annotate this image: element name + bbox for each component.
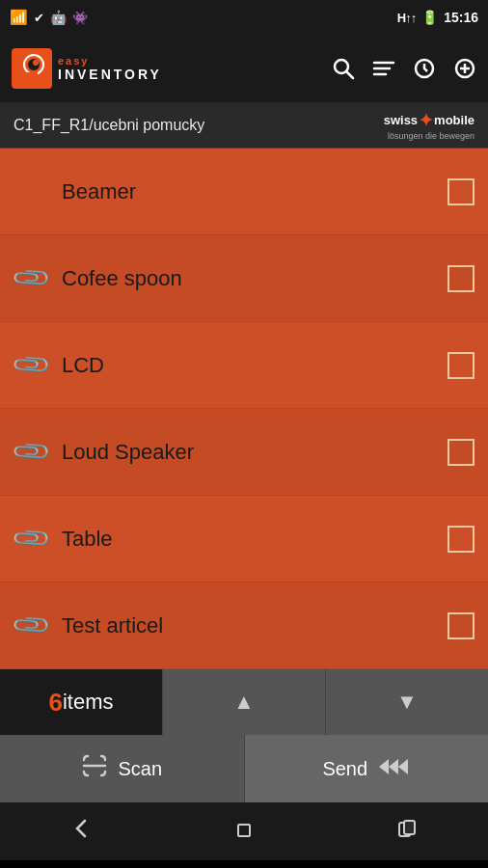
paperclip-icon: 📎 [10, 430, 53, 474]
send-arrows-icon [377, 755, 410, 783]
item-checkbox[interactable] [447, 612, 474, 639]
brand-name-swiss: swiss [384, 113, 418, 127]
breadcrumb-bar: C1_FF_R1/ucebni pomucky swiss ✦ mobile l… [0, 102, 488, 149]
wifi-icon: 📶 [10, 9, 28, 26]
status-icons-left: 📶 ✔ 🤖 👾 [10, 9, 88, 26]
history-button[interactable] [413, 57, 436, 80]
list-item[interactable]: 📎 Test articel [0, 583, 488, 669]
time-display: 15:16 [444, 10, 478, 25]
nav-bar [0, 802, 488, 860]
items-count: 6 items [0, 669, 162, 735]
svg-rect-16 [404, 821, 415, 834]
item-name: Test articel [62, 613, 447, 638]
svg-rect-14 [238, 825, 250, 836]
item-name: Cofee spoon [62, 266, 447, 291]
signal-icon: H↑↑ [397, 11, 416, 25]
brand-accent: ✦ [419, 110, 433, 131]
attachment-icon: 📎 [14, 261, 48, 296]
item-name: LCD [62, 353, 447, 378]
status-right: H↑↑ 🔋 15:16 [397, 10, 478, 25]
status-bar: 📶 ✔ 🤖 👾 H↑↑ 🔋 15:16 [0, 0, 488, 35]
add-button[interactable] [453, 57, 476, 80]
count-label: items [63, 690, 114, 715]
robot-icon: 👾 [72, 11, 88, 25]
sync-icon: ✔ [34, 11, 44, 25]
app-bar-actions [332, 57, 476, 80]
scroll-down-button[interactable]: ▼ [325, 669, 488, 735]
attachment-icon: 📎 [14, 348, 48, 383]
attachment-icon: 📎 [14, 435, 48, 470]
home-button[interactable] [230, 815, 258, 848]
item-name: Loud Speaker [62, 440, 447, 465]
paperclip-icon: 📎 [10, 343, 53, 387]
item-name: Beamer [62, 179, 447, 204]
paperclip-icon: 📎 [10, 170, 53, 213]
sort-button[interactable] [372, 57, 395, 80]
search-button[interactable] [332, 57, 355, 80]
item-name: Table [62, 527, 447, 552]
breadcrumb-path: C1_FF_R1/ucebni pomucky [14, 117, 204, 134]
attachment-icon: 📎 [14, 609, 48, 643]
svg-line-5 [347, 72, 354, 79]
list-item[interactable]: 📎 Cofee spoon [0, 235, 488, 322]
bottom-toolbar: 6 items ▲ ▼ [0, 669, 488, 735]
inventory-list: 📎 Beamer 📎 Cofee spoon 📎 LCD 📎 Loud Spea… [0, 149, 488, 669]
down-arrow-icon: ▼ [396, 690, 418, 715]
battery-icon: 🔋 [421, 10, 438, 25]
scan-label: Scan [118, 758, 162, 780]
scan-waves-icon [81, 752, 108, 785]
item-checkbox[interactable] [447, 178, 474, 205]
scan-button[interactable]: Scan [0, 735, 245, 802]
paperclip-icon: 📎 [10, 517, 53, 560]
item-checkbox[interactable] [447, 265, 474, 292]
list-item[interactable]: 📎 Table [0, 496, 488, 583]
list-item[interactable]: 📎 LCD [0, 322, 488, 409]
app-title: easy INVENTORY [58, 55, 162, 82]
logo-icon [12, 48, 52, 89]
paperclip-icon: 📎 [10, 257, 53, 300]
up-arrow-icon: ▲ [233, 690, 255, 715]
android-icon: 🤖 [50, 10, 67, 25]
app-bar: easy INVENTORY [0, 35, 488, 102]
svg-rect-3 [18, 72, 38, 75]
back-button[interactable] [68, 815, 95, 848]
action-buttons: Scan Send [0, 735, 488, 802]
list-item[interactable]: 📎 Beamer [0, 149, 488, 235]
send-label: Send [322, 758, 367, 780]
item-checkbox[interactable] [447, 526, 474, 553]
app-logo: easy INVENTORY [12, 48, 162, 89]
list-item[interactable]: 📎 Loud Speaker [0, 409, 488, 496]
swiss-mobile-logo: swiss ✦ mobile lösungen die bewegen [384, 110, 474, 141]
paperclip-icon: 📎 [10, 604, 53, 647]
item-checkbox[interactable] [447, 439, 474, 466]
count-number: 6 [48, 688, 62, 718]
svg-point-2 [33, 60, 39, 66]
item-checkbox[interactable] [447, 352, 474, 379]
brand-sub: lösungen die bewegen [384, 131, 474, 141]
attachment-icon: 📎 [14, 522, 48, 556]
scroll-up-button[interactable]: ▲ [162, 669, 325, 735]
brand-name-mobile: mobile [434, 113, 474, 127]
recents-button[interactable] [393, 815, 420, 848]
send-button[interactable]: Send [245, 735, 489, 802]
